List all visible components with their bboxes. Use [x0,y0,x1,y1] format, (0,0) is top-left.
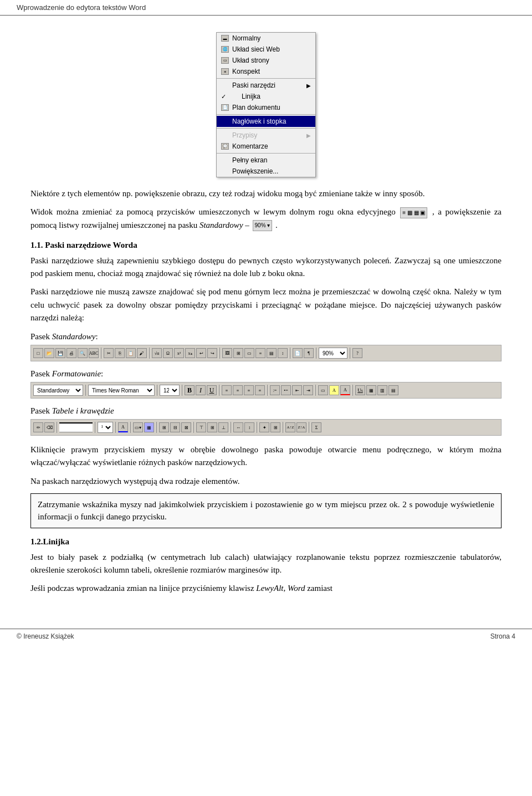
menu-item-naglowek[interactable]: Nagłówek i stopka [217,116,315,127]
menu-icon-uklad-strony: ▭ [221,57,229,64]
menu-item-powiekszenie[interactable]: Powiększenie... [217,166,315,177]
tab-merge[interactable]: ⊟ [170,422,180,432]
tab-extra1[interactable]: ⊞ [270,422,280,432]
fmt-sep-2 [157,385,157,396]
tb-insert6[interactable]: ↕ [278,348,288,358]
tb-sep-3 [219,348,220,359]
tb-copy[interactable]: ⎘ [115,348,125,358]
tb-sqrt[interactable]: √α [152,348,162,358]
tab-insert-table[interactable]: ⊞ [159,422,169,432]
menu-item-uklad-strony[interactable]: ▭ Układ strony [217,55,315,66]
tab-sep-4 [130,422,131,433]
fmt-align-right[interactable]: ≡ [244,385,254,395]
menu-icon-uklad-sieci: 🌐 [221,46,229,53]
fmt-highlight[interactable]: A [329,385,339,395]
menu-item-normalny[interactable]: ▬ Normalny [217,33,315,44]
fmt-italic[interactable]: I [196,385,206,395]
fmt-sep-6 [315,385,316,396]
tab-shading[interactable]: ▦ [144,422,154,432]
footer-page: Strona 4 [490,632,515,640]
fmt-bullist[interactable]: •= [281,385,291,395]
klikniecie-p1: Kliknięcie prawym przyciskiem myszy w ob… [30,443,502,470]
fmt-font-dropdown[interactable]: Times New Roman [88,385,155,396]
menu-item-pelny[interactable]: Pełny ekran [217,155,315,166]
toolbar-buttons-inline: ≡ ▩ ▦ ▣ [400,207,427,218]
tb-omega[interactable]: Ω [163,348,173,358]
tb-save[interactable]: 💾 [55,348,65,358]
tb-insert3[interactable]: ▭ [244,348,254,358]
tb-formatpainter[interactable]: 🖌 [137,348,147,358]
fmt-extra3[interactable]: ▤ [388,385,398,395]
tab-borders-dropdown[interactable]: ▭▾ [133,422,143,432]
tb-zoom-dropdown[interactable]: 90% 100% [319,348,347,359]
tab-split[interactable]: ⊠ [181,422,191,432]
submenu-arrow-przyp: ▶ [306,132,311,139]
tab-pencil[interactable]: ✏ [33,422,43,432]
fmt-style-dropdown[interactable]: Standardowy [33,385,83,396]
fmt-underline[interactable]: U [207,385,217,395]
tb-undo[interactable]: ↩ [196,348,206,358]
menu-item-uklad-sieci[interactable]: 🌐 Układ sieci Web [217,44,315,55]
tab-sortAZ[interactable]: A↑Z [285,422,295,432]
tab-sep-10 [309,422,309,433]
tb-sep-5 [316,348,316,359]
fmt-border[interactable]: ▭ [318,385,328,395]
menu-item-plan-dok[interactable]: 📄 Plan dokumentu [217,102,315,113]
menu-item-paski[interactable]: Paski narzędzi ▶ [217,80,315,91]
fmt-align-justify[interactable]: ≡ [255,385,265,395]
fmt-fontcolor[interactable]: A [340,385,350,395]
tab-sep-1 [57,422,57,433]
menu-item-przypisy[interactable]: Przypisy ▶ [217,130,315,141]
fmt-align-left[interactable]: ≡ [222,385,232,395]
tb-help[interactable]: ? [352,348,362,358]
tab-distrib-cols[interactable]: ↕ [244,422,254,432]
menu-sep-2 [217,114,315,115]
tab-distrib-rows[interactable]: ↔ [233,422,243,432]
fmt-extra1[interactable]: ▦ [366,385,376,395]
tb-insert5[interactable]: ▤ [267,348,277,358]
tb-insert2[interactable]: ⊞ [233,348,243,358]
fmt-indent-more[interactable]: ⇥ [303,385,313,395]
tab-autosum[interactable]: Σ [311,422,321,432]
tb-spellcheck[interactable]: ABC [89,348,99,358]
menu-item-komentarze[interactable]: 💬 Komentarze [217,141,315,152]
pasek-standardowy-toolbar: □ 📂 💾 🖨 🔍 ABC ✂ ⎘ 📋 🖌 √α Ω x² x₂ ↩ ↪ 🖼 ⊞… [30,345,502,361]
menu-item-konspekt[interactable]: ≡ Konspekt [217,66,315,77]
tb-open[interactable]: 📂 [44,348,54,358]
tab-bordercolor[interactable]: A [118,422,128,432]
fmt-bold[interactable]: B [185,385,195,395]
tb-showformat[interactable]: ¶ [304,348,314,358]
tb-insert1[interactable]: 🖼 [222,348,232,358]
fmt-sep-1 [85,385,86,396]
tb-print[interactable]: 🖨 [66,348,76,358]
tb-redo[interactable]: ↪ [207,348,217,358]
fmt-extra2[interactable]: ▥ [377,385,387,395]
tab-linewidth[interactable]: ½ 1 [98,422,113,433]
tab-sortZA[interactable]: Z↑A [296,422,306,432]
tab-align-mid[interactable]: ⊞ [207,422,217,432]
tb-new[interactable]: □ [33,348,43,358]
menu-item-linijka[interactable]: Linijka [217,91,315,102]
tab-sep-2 [95,422,95,433]
menu-screenshot: ▬ Normalny 🌐 Układ sieci Web ▭ Układ str… [30,32,502,177]
fmt-size-dropdown[interactable]: 12 [160,385,180,396]
tb-docmap[interactable]: 📄 [293,348,303,358]
tb-printpreview[interactable]: 🔍 [78,348,88,358]
tb-paste[interactable]: 📋 [126,348,136,358]
fmt-sub2[interactable]: Us [355,385,365,395]
fmt-align-center[interactable]: ≡ [233,385,243,395]
tb-super[interactable]: x² [174,348,184,358]
fmt-numlist[interactable]: := [270,385,280,395]
tab-autoformat[interactable]: ✦ [259,422,269,432]
tab-align-top[interactable]: ⊤ [196,422,206,432]
fmt-indent-less[interactable]: ⇤ [292,385,302,395]
main-content: ▬ Normalny 🌐 Układ sieci Web ▭ Układ str… [0,16,532,612]
fmt-sep-7 [352,385,353,396]
tb-cut[interactable]: ✂ [104,348,114,358]
tab-eraser[interactable]: ⌫ [44,422,54,432]
tb-insert4[interactable]: ≡ [255,348,265,358]
section-11-heading: 1.1. Paski narzędziowe Worda [30,241,502,250]
tab-align-bot[interactable]: ⊥ [218,422,228,432]
tb-sub[interactable]: x₂ [185,348,195,358]
pasek-formatowanie-toolbar: Standardowy Times New Roman 12 B I U ≡ ≡… [30,382,502,399]
